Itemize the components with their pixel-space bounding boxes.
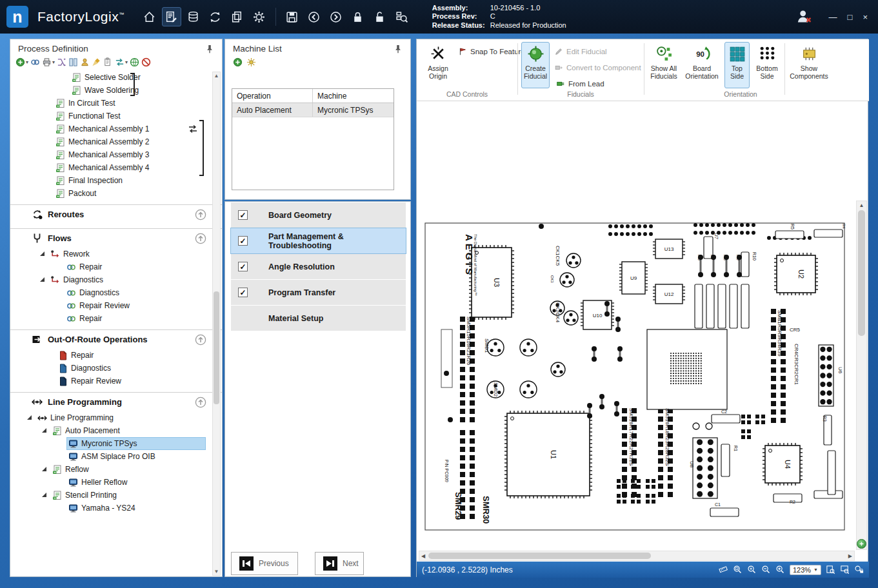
scrollbar-thumb[interactable]: [428, 553, 651, 559]
tree-item-diagnostics[interactable]: Diagnostics: [10, 273, 222, 286]
tree-item-heller-reflow[interactable]: Heller Reflow: [10, 476, 222, 489]
tree-item-reflow[interactable]: Reflow: [10, 463, 222, 476]
assign-origin-button[interactable]: Assign Origin: [421, 42, 455, 88]
scrollbar-thumb[interactable]: [214, 291, 219, 404]
link-icon[interactable]: [30, 57, 40, 67]
create-fiducial-button[interactable]: Create Fiducial: [521, 42, 550, 88]
maximize-button[interactable]: □: [848, 12, 853, 22]
snap-to-feature-button[interactable]: Snap To Feature: [458, 45, 525, 58]
step-angle-resolution[interactable]: ✓Angle Resolution: [231, 254, 406, 279]
pin-icon[interactable]: [205, 44, 214, 54]
save-icon[interactable]: [283, 7, 302, 26]
process-search-icon[interactable]: [392, 7, 412, 26]
dropdown-caret-icon[interactable]: ▼: [813, 567, 818, 572]
collapse-section-icon[interactable]: [195, 209, 206, 220]
checkbox[interactable]: ✓: [238, 288, 248, 297]
dropdown-caret-icon[interactable]: ▾: [125, 59, 128, 65]
zoom-level-select[interactable]: 123%▼: [790, 565, 821, 575]
tree-item-repair[interactable]: Repair: [10, 312, 222, 325]
edit-fiducial-button[interactable]: Edit Fiducial: [554, 45, 607, 58]
scroll-right-icon[interactable]: ▶: [848, 553, 852, 559]
expander-icon[interactable]: [42, 467, 46, 471]
expander-icon[interactable]: [27, 415, 32, 420]
show-components-button[interactable]: Show Components: [788, 42, 830, 88]
collapse-section-icon[interactable]: [195, 397, 206, 408]
from-lead-button[interactable]: From Lead: [556, 77, 604, 90]
tree-item-repair[interactable]: Repair: [10, 260, 222, 273]
back-icon[interactable]: [304, 7, 324, 26]
zoom-page-icon[interactable]: [826, 565, 835, 574]
tree-item-final-inspection[interactable]: Final Inspection: [10, 174, 222, 187]
tree-item-selective-solder[interactable]: Selective Solder: [10, 71, 222, 84]
tree-item-repair[interactable]: Repair: [10, 349, 222, 362]
tree-item-packout[interactable]: Packout: [10, 187, 222, 200]
tree-item-diagnostics[interactable]: Diagnostics: [10, 362, 222, 375]
tree-item-repair-review[interactable]: Repair Review: [10, 375, 222, 387]
tree-item-mycronic-tpsys[interactable]: Mycronic TPSys: [10, 437, 222, 450]
section-line-programming[interactable]: Line Programming: [10, 392, 222, 411]
step-program-transfer[interactable]: ✓Program Transfer: [231, 280, 406, 305]
columns-icon[interactable]: [68, 57, 78, 67]
close-button[interactable]: ×: [863, 12, 868, 22]
add-icon[interactable]: ▾: [15, 57, 28, 67]
next-button[interactable]: Next: [315, 552, 364, 575]
split-icon[interactable]: [57, 57, 66, 67]
section-flows[interactable]: Flows: [10, 228, 222, 248]
tree-item-mechanical-assembly-2[interactable]: Mechanical Assembly 2: [10, 135, 222, 148]
expander-icon[interactable]: [40, 251, 45, 256]
step-board-geometry[interactable]: ✓Board Geometry: [231, 202, 406, 228]
checkbox[interactable]: ✓: [238, 210, 248, 220]
tree-item-repair-review[interactable]: Repair Review: [10, 299, 222, 312]
scroll-up-icon[interactable]: ▲: [857, 202, 866, 208]
step-part-management-troubleshooting[interactable]: ✓Part Management & Troubleshooting: [231, 228, 406, 253]
collapse-section-icon[interactable]: [195, 233, 206, 244]
tree-item-mechanical-assembly-3[interactable]: Mechanical Assembly 3: [10, 148, 222, 161]
zoom-out-icon[interactable]: [761, 565, 771, 574]
materials-icon[interactable]: [184, 7, 203, 26]
tree-item-auto-placement[interactable]: Auto Placement: [10, 424, 222, 437]
process-tree-scrollbar[interactable]: ▲ ▼: [212, 72, 221, 576]
expander-icon[interactable]: [42, 428, 46, 433]
collapse-section-icon[interactable]: [195, 334, 206, 346]
column-machine[interactable]: Machine: [313, 89, 394, 103]
add-icon[interactable]: [233, 57, 243, 67]
tree-item-functional-test[interactable]: Functional Test: [10, 110, 222, 122]
section-reroutes[interactable]: Reroutes: [10, 204, 222, 224]
swap-operations-icon[interactable]: [188, 124, 197, 133]
tree-item-diagnostics[interactable]: Diagnostics: [10, 286, 222, 299]
transfer-icon[interactable]: ▾: [115, 57, 128, 67]
minimize-button[interactable]: —: [829, 12, 837, 22]
zoom-dynamic-icon[interactable]: [747, 565, 757, 574]
tree-item-wave-soldering[interactable]: Wave Soldering: [10, 84, 222, 97]
expander-icon[interactable]: [42, 493, 46, 497]
stop-icon[interactable]: [141, 57, 151, 67]
scrollbar-thumb[interactable]: [858, 210, 865, 336]
canvas-vertical-scrollbar[interactable]: ▲ ▼: [856, 201, 867, 550]
lock-icon[interactable]: [348, 7, 368, 26]
scroll-left-icon[interactable]: ◀: [421, 553, 425, 559]
process-editor-icon[interactable]: [162, 7, 181, 26]
checkbox[interactable]: ✓: [238, 236, 248, 246]
paste-icon[interactable]: [103, 57, 113, 67]
measure-icon[interactable]: [719, 565, 728, 574]
tree-item-yamaha-ys24[interactable]: Yamaha - YS24: [10, 502, 222, 514]
user-icon[interactable]: [80, 57, 90, 67]
tree-item-rework[interactable]: Rework: [10, 248, 222, 260]
dropdown-caret-icon[interactable]: ▾: [26, 59, 28, 65]
user-blocked-icon[interactable]: [795, 8, 812, 25]
scroll-down-icon[interactable]: ▼: [213, 569, 220, 574]
zoom-extents-icon[interactable]: [840, 565, 850, 574]
scroll-up-icon[interactable]: ▲: [213, 73, 220, 79]
zoom-lock-icon[interactable]: [854, 565, 864, 574]
board-orientation-button[interactable]: 90 Board Orientation: [683, 42, 721, 88]
configure-icon[interactable]: [246, 57, 256, 67]
publish-icon[interactable]: [130, 57, 139, 67]
tree-item-stencil-printing[interactable]: Stencil Printing: [10, 489, 222, 502]
previous-button[interactable]: Previous: [231, 552, 298, 575]
expander-icon[interactable]: [40, 277, 45, 282]
tree-item-asm-siplace-pro-oib[interactable]: ASM Siplace Pro OIB: [10, 450, 222, 463]
documents-icon[interactable]: [228, 7, 247, 26]
column-operation[interactable]: Operation: [232, 89, 313, 103]
checkbox[interactable]: ✓: [238, 262, 248, 271]
pin-icon[interactable]: [394, 44, 403, 54]
